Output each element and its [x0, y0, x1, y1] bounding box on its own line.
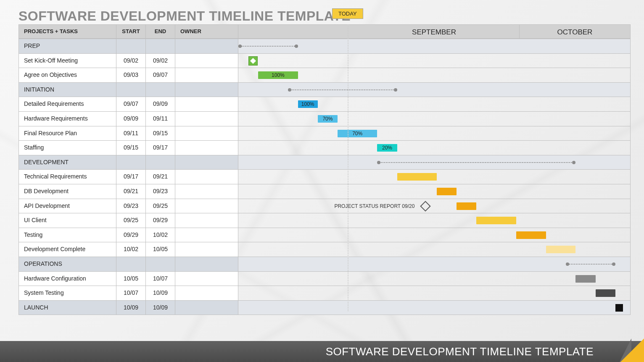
table-row: System Testing10/0710/09: [19, 286, 630, 300]
cell-start: 09/11: [116, 126, 146, 141]
table-row: DB Development09/2109/23: [19, 184, 630, 199]
table-row: OPERATIONS: [19, 257, 630, 271]
cell-start: 10/02: [116, 242, 146, 257]
cell-start: 09/15: [116, 141, 146, 155]
cell-end: 09/25: [146, 199, 175, 213]
col-end: END: [146, 25, 175, 38]
cell-owner: [175, 39, 238, 53]
table-row: UI Client09/2509/29: [19, 213, 630, 228]
cell-name: Agree on Objectives: [19, 68, 116, 82]
cell-start: 09/25: [116, 213, 146, 228]
gantt-cell: 70%: [238, 126, 630, 141]
cell-name: Development Complete: [19, 242, 116, 257]
cell-owner: [175, 155, 238, 170]
cell-owner: [175, 68, 238, 82]
table-row: Testing09/2910/02: [19, 228, 630, 242]
table-row: LAUNCH10/0910/09: [19, 300, 630, 315]
cell-end: 09/17: [146, 141, 175, 155]
cell-name: DEVELOPMENT: [19, 155, 116, 170]
gantt-cell: 100%: [238, 68, 630, 82]
gantt-cell: [238, 155, 630, 170]
task-bar[interactable]: [516, 231, 546, 239]
table-row: API Development09/2309/25PROJECT STATUS …: [19, 199, 630, 213]
today-line: [348, 24, 348, 311]
task-bar[interactable]: [397, 173, 437, 181]
gantt-cell: [238, 286, 630, 300]
task-bar[interactable]: 100%: [258, 71, 298, 79]
cell-start: 09/29: [116, 228, 146, 242]
cell-end: [146, 83, 175, 97]
cell-owner: [175, 286, 238, 300]
cell-start: [116, 83, 146, 97]
table-header: PROJECTS + TASKS START END OWNER SEPTEMB…: [18, 24, 631, 39]
cell-start: 09/02: [116, 54, 146, 68]
gantt-cell: [238, 242, 630, 257]
cell-end: 10/09: [146, 301, 175, 315]
gantt-cell: 20%: [238, 141, 630, 155]
table-row: Agree on Objectives09/0309/07100%: [19, 68, 630, 82]
gantt-cell: [238, 213, 630, 228]
cell-owner: [175, 83, 238, 97]
milestone-icon[interactable]: [615, 304, 623, 312]
gantt-cell: [238, 184, 630, 199]
cell-name: LAUNCH: [19, 301, 116, 315]
cell-owner: [175, 242, 238, 257]
table-row: Hardware Requirements09/0909/1170%: [19, 111, 630, 126]
cell-name: API Development: [19, 199, 116, 213]
annotation-label: PROJECT STATUS REPORT 09/20: [334, 203, 414, 209]
footer-accent-icon: [620, 338, 644, 362]
gantt-cell: [238, 228, 630, 242]
cell-end: 09/02: [146, 54, 175, 68]
task-bar[interactable]: [476, 217, 516, 224]
today-marker-label: TODAY: [332, 8, 363, 19]
table-row: PREP: [19, 39, 630, 53]
task-bar[interactable]: [457, 202, 476, 210]
milestone-icon[interactable]: [248, 56, 258, 66]
task-bar[interactable]: [575, 275, 595, 283]
cell-owner: [175, 301, 238, 315]
task-bar[interactable]: 20%: [377, 144, 397, 152]
task-bar[interactable]: [546, 246, 576, 253]
month-september: SEPTEMBER: [349, 25, 520, 38]
cell-end: 10/02: [146, 228, 175, 242]
gantt-cell: [238, 170, 630, 184]
gantt-cell: [238, 272, 630, 286]
gantt-cell: 70%: [238, 112, 630, 126]
cell-owner: [175, 112, 238, 126]
table-row: Technical Requirements09/1709/21: [19, 169, 630, 184]
cell-end: [146, 155, 175, 170]
cell-end: [146, 257, 175, 271]
table-row: Staffing09/1509/1720%: [19, 140, 630, 155]
task-bar[interactable]: [437, 188, 457, 195]
table-row: DEVELOPMENT: [19, 155, 630, 170]
cell-start: 10/05: [116, 272, 146, 286]
cell-owner: [175, 272, 238, 286]
cell-end: 09/23: [146, 184, 175, 199]
cell-name: Detailed Requirements: [19, 97, 116, 111]
task-bar[interactable]: 70%: [318, 115, 338, 123]
gantt-cell: [238, 83, 630, 97]
cell-end: 10/07: [146, 272, 175, 286]
cell-end: 09/21: [146, 170, 175, 184]
task-bar[interactable]: 70%: [338, 130, 377, 137]
gantt-cell: PROJECT STATUS REPORT 09/20: [238, 199, 630, 213]
cell-end: 09/29: [146, 213, 175, 228]
cell-owner: [175, 213, 238, 228]
cell-owner: [175, 184, 238, 199]
cell-owner: [175, 126, 238, 141]
diamond-icon: [420, 201, 431, 211]
cell-start: 10/07: [116, 286, 146, 300]
gantt-cell: [238, 301, 630, 315]
task-bar[interactable]: [596, 289, 615, 297]
gantt-header: SEPTEMBER OCTOBER: [238, 25, 630, 38]
gantt-cell: [238, 257, 630, 271]
task-bar[interactable]: 100%: [298, 100, 318, 108]
gantt-cell: [238, 39, 630, 53]
cell-name: PREP: [19, 39, 116, 53]
table-body: PREPSet Kick-Off Meeting09/0209/02Agree …: [18, 39, 631, 315]
table-row: Detailed Requirements09/0709/09100%: [19, 97, 630, 111]
cell-start: [116, 39, 146, 53]
cell-name: Hardware Requirements: [19, 112, 116, 126]
group-span: [288, 89, 397, 91]
cell-end: 10/09: [146, 286, 175, 300]
